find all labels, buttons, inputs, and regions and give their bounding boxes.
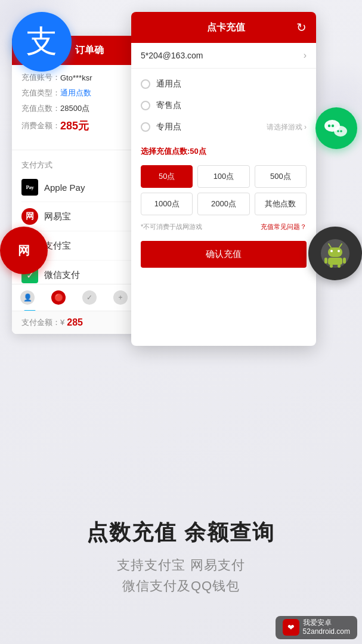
svg-point-1 xyxy=(328,125,330,127)
modal-note-text: *不可消费于战网游戏 xyxy=(141,222,202,231)
radio-label-consignment: 寄售点 xyxy=(156,100,307,111)
radio-label-general: 通用点 xyxy=(156,79,307,89)
bottom-brand-badge: ❤ 我爱安卓 52android.com xyxy=(276,616,357,639)
nav-icon-check[interactable]: ✓ xyxy=(82,290,97,305)
modal-refresh-button[interactable]: ↻ xyxy=(296,20,307,35)
radio-circle-special xyxy=(141,122,150,132)
sub-line2: 微信支付及QQ钱包 xyxy=(122,578,240,593)
svg-rect-16 xyxy=(338,264,341,268)
android-float-badge xyxy=(308,227,362,280)
points-btn-other[interactable]: 其他点数 xyxy=(255,193,307,215)
radio-item-special[interactable]: 专用点 请选择游戏 › xyxy=(141,116,307,138)
sub-line1: 支持支付宝 网易支付 xyxy=(117,558,245,572)
alipay-logo: 支 xyxy=(12,12,72,72)
svg-point-9 xyxy=(338,250,340,252)
wangyibao-icon: 网 xyxy=(21,208,38,225)
badge-heart-icon: ❤ xyxy=(283,619,299,636)
wechat-label: 微信支付 xyxy=(44,270,80,281)
modal-email-row[interactable]: 5*204@163.com › xyxy=(131,43,316,69)
applepay-label: Apple Pay xyxy=(44,182,85,193)
wangyibao-float-badge: 网 xyxy=(0,227,48,274)
total-label: 支付金额：¥ xyxy=(21,317,64,328)
points-grid: 50点 100点 500点 1000点 2000点 其他点数 xyxy=(131,160,316,220)
order-label-account: 充值账号： xyxy=(21,72,60,83)
alipay-label: 支付宝 xyxy=(44,240,71,252)
points-btn-50[interactable]: 50点 xyxy=(141,165,193,188)
points-btn-1000[interactable]: 1000点 xyxy=(141,193,193,215)
wangyibao-label: 网易宝 xyxy=(44,211,71,222)
modal-note-link[interactable]: 充值常见问题？ xyxy=(261,222,307,231)
svg-rect-15 xyxy=(330,264,333,268)
order-label-points: 充值点数： xyxy=(21,103,60,114)
wangyibao-icon: 网 xyxy=(11,237,37,264)
points-btn-500[interactable]: 500点 xyxy=(255,165,307,188)
svg-rect-13 xyxy=(324,258,327,264)
selected-points-label: 选择充值点数: xyxy=(141,147,190,156)
points-btn-2000[interactable]: 2000点 xyxy=(197,193,249,215)
android-icon xyxy=(320,238,351,269)
applepay-icon: Pay xyxy=(21,179,38,196)
svg-point-4 xyxy=(337,130,339,132)
modal-header: 点卡充值 ↻ xyxy=(131,12,316,43)
order-label-type: 充值类型： xyxy=(21,88,60,98)
main-tagline: 点数充值 余额查询 xyxy=(18,518,344,547)
modal-email: 5*204@163.com xyxy=(141,51,203,60)
radio-label-special: 专用点 xyxy=(156,122,267,132)
modal-chevron-icon: › xyxy=(304,50,307,61)
sub-tagline: 支持支付宝 网易支付 微信支付及QQ钱包 xyxy=(18,555,344,596)
confirm-topup-button[interactable]: 确认充值 xyxy=(141,241,307,268)
svg-rect-7 xyxy=(328,247,342,257)
selected-points-row: 选择充值点数:50点 xyxy=(131,143,316,160)
radio-hint-special: 请选择游戏 › xyxy=(267,122,307,132)
wechat-icon xyxy=(324,118,348,138)
selected-points-value: 50点 xyxy=(190,147,206,156)
modal-note: *不可消费于战网游戏 充值常见问题？ xyxy=(131,220,316,234)
wechat-float-badge xyxy=(315,107,357,149)
nav-icon-user[interactable]: 👤 xyxy=(20,290,35,305)
modal-title: 点卡充值 xyxy=(155,21,296,34)
topup-modal: 点卡充值 ↻ 5*204@163.com › 通用点 寄售点 专用点 请选择游戏… xyxy=(131,12,316,346)
bottom-text-area: 点数充值 余额查询 支持支付宝 网易支付 微信支付及QQ钱包 xyxy=(0,518,362,596)
svg-point-8 xyxy=(330,250,333,252)
svg-rect-14 xyxy=(343,258,346,264)
points-btn-100[interactable]: 100点 xyxy=(197,165,249,188)
radio-circle-general xyxy=(141,79,150,89)
svg-text:网: 网 xyxy=(18,244,30,257)
order-value-amount: 285元 xyxy=(60,119,89,133)
radio-circle-consignment xyxy=(141,101,150,110)
radio-group: 通用点 寄售点 专用点 请选择游戏 › xyxy=(131,69,316,143)
nav-icon-add[interactable]: + xyxy=(113,290,128,305)
svg-rect-12 xyxy=(328,258,342,265)
nav-icon-home[interactable]: 🔴 xyxy=(51,290,66,305)
radio-item-consignment[interactable]: 寄售点 xyxy=(141,95,307,116)
badge-text: 我爱安卓 52android.com xyxy=(303,618,350,637)
radio-item-general[interactable]: 通用点 xyxy=(141,73,307,95)
svg-point-2 xyxy=(332,125,334,127)
order-label-amount: 消费金额： xyxy=(21,120,60,131)
svg-point-5 xyxy=(340,130,342,132)
total-amount: 285 xyxy=(67,317,83,328)
